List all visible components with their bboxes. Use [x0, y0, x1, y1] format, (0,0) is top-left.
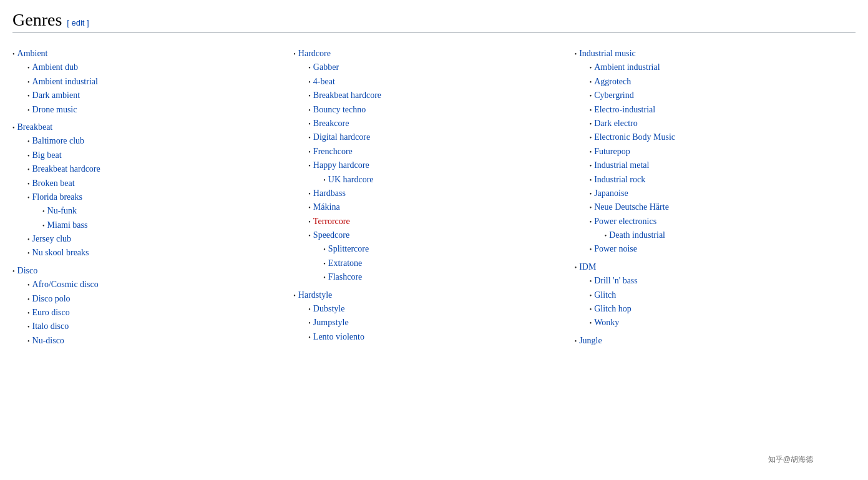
- bullet-icon: •: [308, 217, 311, 227]
- genre-link-sub[interactable]: Ambient industrial: [32, 75, 98, 89]
- list-item: •Hardstyle: [293, 288, 568, 302]
- genre-link-sub[interactable]: UK hardcore: [328, 173, 374, 187]
- genre-list: •Hardcore•Gabber•4-beat•Breakbeat hardco…: [293, 47, 568, 344]
- genre-link-sub[interactable]: Lento violento: [313, 330, 364, 344]
- bullet-icon: •: [590, 147, 592, 157]
- genre-link-sub[interactable]: Digital hardcore: [313, 130, 370, 144]
- genre-link-sub[interactable]: Broken beat: [32, 177, 75, 190]
- genre-link-sub[interactable]: Gabber: [313, 61, 339, 74]
- genre-link-sub[interactable]: Power electronics: [594, 215, 656, 228]
- bullet-icon: •: [12, 267, 15, 277]
- bullet-icon: •: [308, 133, 311, 143]
- genre-link-sub[interactable]: Electronic Body Music: [594, 130, 675, 144]
- bullet-icon: •: [308, 203, 311, 213]
- genre-link-sub[interactable]: Nu skool breaks: [32, 246, 89, 260]
- genre-link-sub[interactable]: Industrial metal: [594, 159, 649, 172]
- genre-link-top[interactable]: IDM: [579, 260, 596, 274]
- genre-link-sub[interactable]: Ambient industrial: [594, 61, 660, 74]
- list-item: •Nu skool breaks: [12, 246, 287, 260]
- bullet-icon: •: [590, 133, 592, 143]
- bullet-icon: •: [27, 295, 30, 305]
- genre-link-sub[interactable]: 4-beat: [313, 75, 335, 89]
- genre-link-sub[interactable]: Italo disco: [32, 320, 69, 333]
- genre-link-sub[interactable]: Dark ambient: [32, 89, 80, 102]
- bullet-icon: •: [27, 235, 30, 245]
- list-item: •Disco polo: [12, 292, 287, 306]
- list-item: •Neue Deutsche Härte: [575, 200, 849, 214]
- list-item: •Disco: [12, 264, 287, 278]
- list-item: •Splittercore: [293, 242, 568, 256]
- genre-link-sub[interactable]: Euro disco: [32, 306, 70, 320]
- genre-link-sub[interactable]: Dark electro: [594, 117, 638, 130]
- list-item: •Breakcore: [293, 117, 568, 130]
- list-item: •Flashcore: [293, 270, 568, 284]
- genre-link-sub[interactable]: Breakbeat hardcore: [32, 162, 100, 176]
- genre-link-sub[interactable]: Big beat: [32, 149, 62, 162]
- genre-link-sub[interactable]: Florida breaks: [32, 190, 82, 204]
- genre-link-sub[interactable]: Drone music: [32, 103, 77, 117]
- edit-link[interactable]: [ edit ]: [67, 18, 89, 27]
- genre-link-sub[interactable]: Baltimore club: [32, 134, 85, 148]
- genre-link-sub[interactable]: Power noise: [594, 242, 637, 256]
- bullet-icon: •: [27, 248, 30, 258]
- bullet-icon: •: [27, 165, 30, 175]
- genre-link-sub[interactable]: Breakcore: [313, 117, 349, 130]
- genre-link-sub[interactable]: Flashcore: [328, 270, 362, 284]
- list-item: •Futurepop: [575, 145, 849, 159]
- genre-link-sub[interactable]: Splittercore: [328, 242, 369, 256]
- genre-link-top[interactable]: Ambient: [17, 47, 48, 61]
- genre-link-sub[interactable]: Futurepop: [594, 145, 630, 159]
- genre-link-sub[interactable]: Industrial rock: [594, 173, 645, 187]
- genre-link-top[interactable]: Hardstyle: [298, 288, 332, 302]
- list-item: •Florida breaks: [12, 190, 287, 204]
- bullet-icon: •: [323, 175, 326, 185]
- genre-link-sub[interactable]: Ambient dub: [32, 61, 79, 74]
- genre-link-sub[interactable]: Glitch: [594, 288, 616, 302]
- bullet-icon: •: [590, 189, 592, 199]
- genre-link-sub[interactable]: Drill 'n' bass: [594, 274, 638, 288]
- bullet-icon: •: [27, 336, 30, 346]
- bullet-icon: •: [27, 308, 30, 318]
- genre-link-sub[interactable]: Happy hardcore: [313, 159, 369, 172]
- bullet-icon: •: [308, 305, 311, 315]
- genre-link-sub[interactable]: Jersey club: [32, 232, 72, 246]
- genre-link-sub[interactable]: Extratone: [328, 257, 362, 270]
- genre-link-top[interactable]: Hardcore: [298, 47, 331, 61]
- genre-link-sub[interactable]: Terrorcore: [313, 215, 350, 228]
- genre-link-sub[interactable]: Cybergrind: [594, 89, 634, 102]
- list-item: •Ambient industrial: [12, 75, 287, 89]
- genre-link-sub[interactable]: Neue Deutsche Härte: [594, 200, 669, 214]
- bullet-icon: •: [308, 161, 311, 171]
- genre-link-sub[interactable]: Hardbass: [313, 187, 346, 200]
- genre-link-sub[interactable]: Disco polo: [32, 292, 71, 306]
- genre-link-sub[interactable]: Nu-disco: [32, 334, 64, 348]
- genre-link-sub[interactable]: Frenchcore: [313, 145, 353, 159]
- genre-link-sub[interactable]: Breakbeat hardcore: [313, 89, 381, 102]
- genre-link-top[interactable]: Industrial music: [579, 47, 636, 61]
- genre-link-top[interactable]: Disco: [17, 264, 38, 278]
- bullet-icon: •: [42, 221, 45, 231]
- list-item: •Power electronics: [575, 215, 849, 228]
- genre-link-sub[interactable]: Japanoise: [594, 187, 628, 200]
- bullet-icon: •: [590, 305, 592, 315]
- genre-link-sub[interactable]: Afro/Cosmic disco: [32, 278, 99, 291]
- bullet-icon: •: [293, 49, 296, 59]
- genre-link-sub[interactable]: Bouncy techno: [313, 103, 366, 117]
- genre-link-sub[interactable]: Jumpstyle: [313, 316, 349, 330]
- genre-link-sub[interactable]: Wonky: [594, 316, 619, 330]
- genre-link-sub[interactable]: Dubstyle: [313, 302, 345, 316]
- bullet-icon: •: [308, 333, 311, 343]
- genre-link-sub[interactable]: Glitch hop: [594, 302, 631, 316]
- genre-link-top[interactable]: Jungle: [579, 334, 602, 348]
- genre-link-sub[interactable]: Nu-funk: [47, 204, 77, 218]
- bullet-icon: •: [27, 91, 30, 101]
- genre-link-sub[interactable]: Speedcore: [313, 228, 349, 242]
- bullet-icon: •: [308, 91, 311, 101]
- genre-link-sub[interactable]: Aggrotech: [594, 75, 631, 89]
- genre-link-sub[interactable]: Mákina: [313, 200, 340, 214]
- genre-link-sub[interactable]: Miami bass: [47, 218, 88, 232]
- genre-link-top[interactable]: Breakbeat: [17, 120, 53, 134]
- genre-link-sub[interactable]: Electro-industrial: [594, 103, 655, 117]
- genre-link-sub[interactable]: Death industrial: [609, 228, 665, 242]
- list-item: •Industrial music: [575, 47, 849, 61]
